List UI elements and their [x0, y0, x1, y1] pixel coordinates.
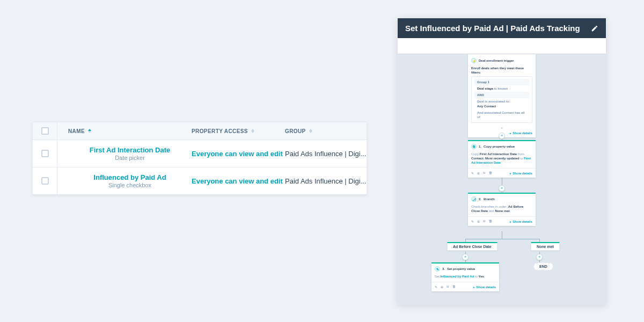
property-link[interactable]: Influenced by Paid Ad	[441, 275, 474, 278]
property-type: Date picker	[115, 155, 145, 161]
filter-line: Deal stage is known	[474, 85, 529, 92]
card-header: ⎇ 2. Branch	[468, 194, 536, 204]
add-step-button[interactable]: +	[462, 254, 469, 260]
move-icon[interactable]: ⊕	[477, 219, 481, 223]
card-title: Set property value	[447, 267, 475, 270]
t: Yes	[479, 275, 484, 278]
column-group[interactable]: GROUP	[285, 122, 367, 140]
sort-asc-icon	[88, 129, 91, 133]
step-number: 2.	[479, 197, 481, 201]
row-checkbox-cell[interactable]	[33, 167, 57, 194]
step-branch-card[interactable]: ⎇ 2. Branch Check branches in order: Ad …	[468, 193, 536, 226]
access-link[interactable]: Everyone can view and edit	[192, 177, 283, 185]
card-header: ✎ 3. Set property value	[431, 264, 499, 274]
table-row[interactable]: First Ad Interaction Date Date picker Ev…	[33, 140, 367, 167]
show-details-link[interactable]: Show details	[510, 220, 532, 223]
access-link[interactable]: Everyone can view and edit	[192, 150, 283, 158]
bolt-icon: ⚡	[471, 58, 477, 63]
table-header-row: NAME PROPERTY ACCESS GROUP	[33, 122, 367, 140]
column-name[interactable]: NAME	[57, 122, 192, 140]
column-group-label: GROUP	[285, 128, 306, 134]
card-footer: ✎ ⊕ ⧉ 🗑 Show details	[468, 216, 536, 226]
t: to	[520, 157, 523, 160]
branch-icon: ⎇	[471, 196, 477, 202]
step-set-property-card[interactable]: ✎ 3. Set property value Set Influenced b…	[431, 262, 499, 291]
card-title: Deal enrollment trigger	[479, 59, 514, 62]
t: Copy	[471, 152, 479, 156]
clone-icon[interactable]: ⧉	[483, 171, 487, 175]
card-actions: ✎ ⊕ ⧉ 🗑	[435, 285, 456, 289]
edit-icon[interactable]: ✎	[471, 171, 475, 175]
card-body: Copy First Ad Interaction Date from Cont…	[468, 152, 536, 168]
workflow-title: Set Influenced by Paid Ad | Paid Ads Tra…	[405, 24, 580, 33]
column-property-access[interactable]: PROPERTY ACCESS	[192, 122, 285, 140]
edit-icon[interactable]: ✎	[435, 285, 438, 289]
filter-property: Deal stage	[477, 87, 493, 90]
property-name-link[interactable]: First Ad Interaction Date	[90, 146, 170, 155]
add-step-button[interactable]: +	[499, 133, 505, 139]
delete-icon[interactable]: 🗑	[452, 285, 456, 289]
t: Contact: Most recently updated	[471, 157, 519, 160]
add-step-button[interactable]: +	[499, 185, 505, 192]
property-type: Single checkbox	[108, 182, 151, 188]
row-group-cell: Paid Ads Influence | Digi...	[285, 140, 367, 167]
properties-table: NAME PROPERTY ACCESS GROUP First Ad Inte…	[32, 122, 367, 195]
pencil-icon	[591, 25, 598, 32]
show-details-link[interactable]: Show details	[510, 131, 532, 135]
card-title: Branch	[484, 197, 495, 201]
row-group-cell: Paid Ads Influence | Digi...	[285, 167, 367, 194]
edit-title-button[interactable]	[591, 25, 598, 32]
workflow-canvas[interactable]: ⚡ Deal enrollment trigger Enroll deals w…	[398, 54, 606, 305]
t: None met	[495, 209, 509, 213]
t: First Ad Interaction Date	[480, 152, 517, 156]
filter-line: Deal is associated to: Any Contact	[474, 98, 529, 109]
table-row[interactable]: Influenced by Paid Ad Single checkbox Ev…	[33, 167, 367, 194]
move-icon[interactable]: ⊕	[441, 285, 444, 289]
row-name-cell: First Ad Interaction Date Date picker	[57, 140, 192, 167]
card-title: Copy property value	[484, 145, 515, 148]
group-label: Group 1	[474, 79, 529, 85]
sort-icon	[251, 129, 254, 133]
row-name-cell: Influenced by Paid Ad Single checkbox	[57, 167, 192, 194]
select-all-cell[interactable]	[33, 122, 57, 140]
end-chip: END	[533, 262, 553, 270]
branch-label-right[interactable]: None met	[531, 242, 560, 251]
add-filter-button[interactable]: +	[468, 126, 536, 131]
delete-icon[interactable]: 🗑	[489, 171, 493, 175]
clone-icon[interactable]: ⧉	[447, 285, 450, 289]
row-checkbox-cell[interactable]	[33, 140, 57, 167]
edit-icon[interactable]: ✎	[471, 219, 475, 223]
connector-line	[502, 231, 502, 239]
show-details-link[interactable]: Show details	[473, 286, 496, 289]
add-step-button[interactable]: +	[536, 254, 543, 260]
card-footer: ✎ ⊕ ⧉ 🗑 Show details	[431, 282, 499, 291]
workflow-header: Set Influenced by Paid Ad | Paid Ads Tra…	[398, 18, 606, 38]
filter-op: is known	[494, 87, 508, 90]
t: and	[489, 209, 494, 213]
show-details-link[interactable]: Show details	[510, 172, 532, 175]
checkbox-icon	[41, 150, 49, 157]
workflow-panel: Set Influenced by Paid Ad | Paid Ads Tra…	[398, 18, 606, 305]
delete-icon[interactable]: 🗑	[489, 219, 493, 223]
trigger-card[interactable]: ⚡ Deal enrollment trigger Enroll deals w…	[468, 54, 536, 137]
card-footer: ✎ ⊕ ⧉ 🗑 Show details	[468, 168, 536, 178]
card-actions: ✎ ⊕ ⧉ 🗑	[471, 171, 493, 175]
clone-icon[interactable]: ⧉	[483, 219, 487, 223]
step-number: 3.	[442, 267, 445, 270]
checkbox-icon	[41, 127, 49, 135]
property-name-link[interactable]: Influenced by Paid Ad	[93, 173, 166, 182]
t: Set	[435, 275, 440, 278]
move-icon[interactable]: ⊕	[477, 171, 481, 175]
row-access-cell: Everyone can view and edit	[192, 140, 285, 167]
step-copy-property-card[interactable]: ⧉ 1. Copy property value Copy First Ad I…	[468, 140, 536, 178]
filter-group: Group 1 Deal stage is known AND Deal is …	[471, 76, 532, 123]
workflow-toolbar	[398, 38, 606, 54]
filter-object: Any Contact	[477, 105, 496, 108]
branch-label-left[interactable]: Ad Before Close Date	[447, 242, 497, 251]
card-header: ⧉ 1. Copy property value	[468, 141, 536, 152]
t: Check branches in order:	[471, 205, 507, 208]
connector-line	[465, 239, 539, 239]
row-access-cell: Everyone can view and edit	[192, 167, 285, 194]
filter-text: Deal is associated to:	[477, 100, 510, 103]
pencil-icon: ✎	[435, 266, 440, 272]
